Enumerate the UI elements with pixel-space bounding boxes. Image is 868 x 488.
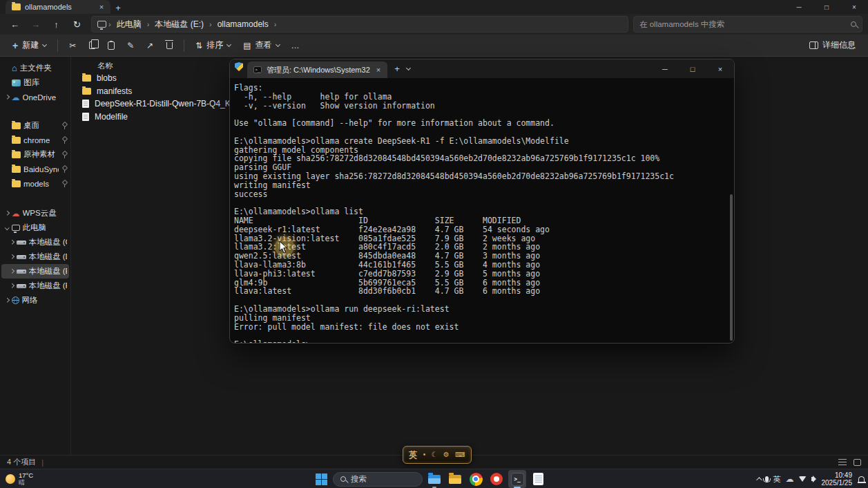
home-icon: ⌂ xyxy=(12,65,17,72)
weather-widget[interactable]: 17°C 晴 xyxy=(3,469,36,488)
explorer-tab-title: ollamamodels xyxy=(25,3,93,11)
sidebar-item-desktop[interactable]: 桌面 xyxy=(1,118,69,133)
sidebar-item-this-pc[interactable]: 此电脑 xyxy=(1,220,69,235)
crumb-ollamamodels[interactable]: ollamamodels xyxy=(214,19,272,30)
gear-icon[interactable]: ⚙ xyxy=(443,451,450,458)
sidebar-item-chrome[interactable]: chrome xyxy=(1,133,69,147)
pin-icon xyxy=(61,137,67,144)
microphone-icon[interactable] xyxy=(765,476,769,482)
tray-ime-indicator[interactable]: 英 xyxy=(773,474,781,485)
clock[interactable]: 10:49 2025/1/25 xyxy=(822,471,853,487)
sidebar-item-genshin[interactable]: 原神素材 xyxy=(1,147,69,162)
close-tab-icon[interactable]: × xyxy=(375,66,382,74)
taskbar-terminal[interactable]: >_ xyxy=(508,470,526,488)
folder-icon xyxy=(82,88,91,95)
explorer-tab[interactable]: ollamamodels × xyxy=(6,0,110,14)
file-icon xyxy=(82,100,89,108)
command-bar: + 新建 ✂ ✎ ↗ ⇅ 排序 ▤ 查看 … xyxy=(0,35,868,57)
sort-button[interactable]: ⇅ 排序 xyxy=(190,37,236,55)
search-input[interactable] xyxy=(639,20,847,28)
folder-icon xyxy=(12,137,21,144)
taskbar-file-explorer[interactable] xyxy=(425,470,443,488)
crumb-drive-e[interactable]: 本地磁盘 (E:) xyxy=(151,18,207,31)
close-button[interactable]: × xyxy=(706,59,734,78)
sidebar-item-wps-cloud[interactable]: ☁ WPS云盘 xyxy=(1,206,69,220)
paste-icon xyxy=(108,41,115,50)
sidebar-item-drive-d[interactable]: 本地磁盘 (D:) xyxy=(1,250,69,264)
more-button[interactable]: … xyxy=(287,37,305,55)
close-button[interactable]: × xyxy=(840,0,868,14)
volume-icon[interactable] xyxy=(811,477,814,481)
rename-button[interactable]: ✎ xyxy=(122,37,139,55)
copy-button[interactable] xyxy=(83,37,101,55)
minimize-button[interactable]: ─ xyxy=(651,59,679,78)
taskbar-notepad[interactable] xyxy=(529,470,547,488)
hidden-icons-chevron-icon[interactable] xyxy=(756,477,762,482)
keyboard-icon[interactable]: ⌨ xyxy=(455,451,465,458)
back-button[interactable]: ← xyxy=(6,16,24,32)
onedrive-cloud-icon: ☁ xyxy=(12,94,20,101)
chevron-right-icon xyxy=(10,283,14,288)
sidebar-item-network[interactable]: 网络 xyxy=(1,293,69,308)
sidebar-item-drive-c[interactable]: 本地磁盘 (C:) xyxy=(1,235,69,250)
new-tab-button[interactable]: + xyxy=(110,1,126,14)
this-pc-icon xyxy=(12,225,20,231)
large-icons-view-icon[interactable] xyxy=(853,459,861,466)
terminal-output[interactable]: Flags: -h, --help help for ollama -v, --… xyxy=(230,78,734,343)
sidebar-item-models[interactable]: models xyxy=(1,176,69,191)
sidebar-item-drive-f[interactable]: 本地磁盘 (F:) xyxy=(1,279,69,293)
taskbar-search[interactable]: 搜索 xyxy=(333,472,423,487)
breadcrumb[interactable]: › 此电脑 › 本地磁盘 (E:) › ollamamodels › xyxy=(91,16,628,32)
details-view-icon[interactable] xyxy=(838,459,847,465)
explorer-search-box[interactable] xyxy=(633,16,862,32)
new-tab-button[interactable]: + xyxy=(390,64,404,74)
new-button[interactable]: + 新建 xyxy=(7,37,52,55)
drive-icon xyxy=(17,284,26,288)
share-button[interactable]: ↗ xyxy=(141,37,159,55)
maximize-button[interactable]: □ xyxy=(813,0,840,14)
file-explorer-icon xyxy=(428,475,441,484)
taskbar-folder[interactable] xyxy=(446,470,464,488)
sidebar-item-drive-e[interactable]: 本地磁盘 (E:) xyxy=(1,264,69,279)
notification-bell-icon[interactable] xyxy=(858,476,865,482)
sidebar-item-home[interactable]: ⌂ 主文件夹 xyxy=(1,61,69,75)
punctuation-icon[interactable]: • xyxy=(423,451,426,458)
forward-button[interactable]: → xyxy=(26,16,45,32)
desktop: ollamamodels × + ─ □ × ← → ↑ ↻ › 此电脑 › 本… xyxy=(0,0,868,488)
moon-icon[interactable]: ☾ xyxy=(432,451,438,458)
close-tab-icon[interactable]: × xyxy=(97,3,106,11)
start-button[interactable] xyxy=(312,470,330,488)
sidebar-item-baidusyncdisk[interactable]: BaiduSyncdisk xyxy=(1,162,69,176)
paste-button[interactable] xyxy=(102,37,120,55)
scrollbar-thumb[interactable] xyxy=(730,194,733,341)
terminal-tab[interactable]: >_ 管理员: C:\Windows\System32 × xyxy=(247,62,387,78)
divider xyxy=(184,39,184,52)
up-button[interactable]: ↑ xyxy=(47,16,66,32)
taskbar-red-app[interactable] xyxy=(488,470,505,488)
cloud-icon[interactable]: ☁ xyxy=(786,475,794,483)
details-pane-button[interactable]: 详细信息 xyxy=(804,37,861,55)
minimize-button[interactable]: ─ xyxy=(785,0,813,14)
network-icon[interactable] xyxy=(799,476,807,482)
maximize-button[interactable]: □ xyxy=(679,59,706,78)
sidebar-item-onedrive[interactable]: ☁ OneDrive xyxy=(1,90,69,104)
explorer-window-controls: ─ □ × xyxy=(785,0,868,14)
address-bar: ← → ↑ ↻ › 此电脑 › 本地磁盘 (E:) › ollamamodels… xyxy=(0,14,868,35)
ime-language-toggle[interactable]: 英 xyxy=(409,449,417,461)
crumb-this-pc[interactable]: 此电脑 xyxy=(113,18,145,31)
gallery-icon xyxy=(12,79,21,86)
cut-button[interactable]: ✂ xyxy=(64,37,81,55)
chevron-right-icon xyxy=(10,254,14,259)
view-button[interactable]: ▤ 查看 xyxy=(238,37,284,55)
terminal-title-bar[interactable]: >_ 管理员: C:\Windows\System32 × + ─ □ × xyxy=(230,59,734,78)
refresh-button[interactable]: ↻ xyxy=(68,16,86,32)
search-icon xyxy=(340,476,346,482)
taskbar-chrome[interactable] xyxy=(467,470,485,488)
sun-icon xyxy=(6,474,15,484)
scrollbar[interactable] xyxy=(729,78,734,343)
chevron-down-icon xyxy=(276,41,280,46)
share-icon: ↗ xyxy=(146,41,153,50)
delete-button[interactable] xyxy=(160,37,178,55)
sidebar-item-gallery[interactable]: 图库 xyxy=(1,75,69,90)
tab-dropdown-icon[interactable] xyxy=(406,65,411,70)
